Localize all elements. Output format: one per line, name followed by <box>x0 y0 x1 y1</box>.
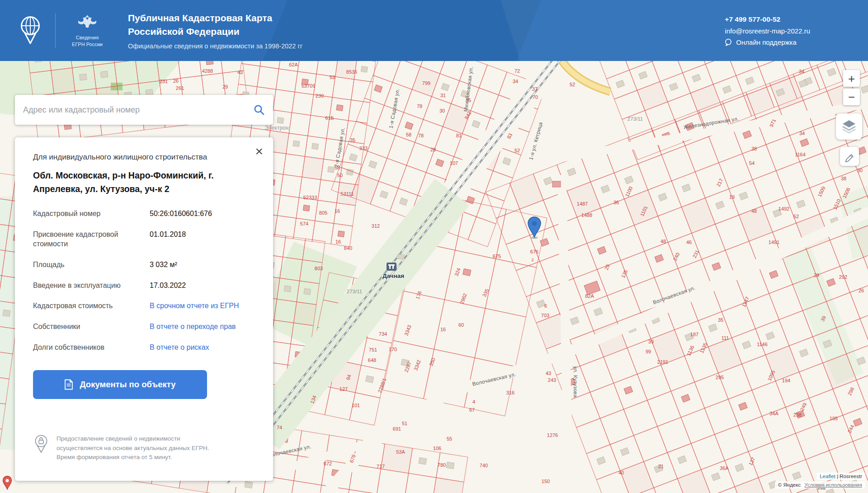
object-category: Для индивидуального жилищного строительс… <box>33 153 255 162</box>
attribute-row: Кадастровая стоимость В срочном отчете и… <box>33 301 255 311</box>
search-icon[interactable] <box>253 104 265 117</box>
valuation-date-value: 01.01.2018 <box>150 230 255 249</box>
terms-of-use-link[interactable]: Условия использования <box>804 482 862 488</box>
yandex-copyright: © Яндекс <box>778 482 801 488</box>
contact-email[interactable]: info@rosreestr-map-2022.ru <box>725 27 810 35</box>
site-logo-icon[interactable] <box>17 14 43 47</box>
area-value: 3 032 м² <box>150 260 255 270</box>
online-support-link[interactable]: Онлайн поддержка <box>725 38 810 46</box>
coat-of-arms-icon <box>77 13 97 30</box>
object-documents-button[interactable]: Документы по объекту <box>33 370 207 399</box>
attribute-row: Площадь 3 032 м² <box>33 260 255 270</box>
attribute-row: Собственники В отчете о переходе прав <box>33 322 255 332</box>
cadastral-value-report-link[interactable]: В срочном отчете из ЕГРН <box>150 301 255 311</box>
pin-lock-icon <box>33 434 49 454</box>
zoom-out-button[interactable]: − <box>843 89 860 105</box>
owners-report-link[interactable]: В отчете о переходе прав <box>150 322 255 332</box>
egrn-note-text: Предоставление сведений о недвижимости о… <box>57 434 224 462</box>
attribute-row: Присвоение кадастровой стоимости 01.01.2… <box>33 230 255 249</box>
risks-report-link[interactable]: В отчете о рисках <box>150 343 255 352</box>
attribution-separator: | <box>837 474 838 479</box>
layers-icon <box>841 118 857 135</box>
document-icon <box>64 379 73 390</box>
object-attributes: Кадастровый номер 50:26:0160601:676 Прис… <box>33 209 255 363</box>
page-subtitle: Официальные сведения о недвижимости за 1… <box>128 42 302 50</box>
object-address: Обл. Московская, р-н Наро-Фоминский, г. … <box>33 169 255 196</box>
zoom-controls: + − <box>843 70 860 105</box>
measure-button[interactable] <box>840 147 859 166</box>
search-input[interactable] <box>15 95 273 125</box>
zoom-in-button[interactable]: + <box>843 70 860 87</box>
emblem-caption-line2: ЕГРН России <box>66 41 108 48</box>
ruler-pencil-icon <box>844 150 855 162</box>
leaflet-link[interactable]: Leaflet <box>820 474 835 479</box>
map-attribution: Leaflet | Rosreestr © Яндекс Условия исп… <box>775 473 865 488</box>
egrn-note: Предоставление сведений о недвижимости о… <box>33 434 255 462</box>
attribute-row: Введение в эксплуатацию 17.03.2022 <box>33 281 255 291</box>
egrn-emblem: Сведения ЕГРН России <box>66 13 108 48</box>
cadastral-number-value: 50:26:0160601:676 <box>150 209 255 219</box>
attribute-row: Долги собственников В отчете о рисках <box>33 343 255 352</box>
commissioning-date-value: 17.03.2022 <box>150 281 255 291</box>
search-box <box>15 95 273 125</box>
header-divider <box>55 13 56 48</box>
map-pin-marker[interactable] <box>526 216 542 242</box>
chat-bubble-icon <box>725 38 732 46</box>
contact-phone[interactable]: +7 499 577-00-52 <box>725 15 810 23</box>
close-panel-button[interactable]: × <box>255 145 263 158</box>
emblem-caption-line1: Сведения <box>66 34 108 41</box>
header: Сведения ЕГРН России Публичная Кадастров… <box>0 0 868 61</box>
object-info-panel: × Для индивидуального жилищного строител… <box>15 137 273 481</box>
app: Сведения ЕГРН России Публичная Кадастров… <box>0 0 868 493</box>
page-title: Публичная Кадастровая Карта Российской Ф… <box>128 11 302 39</box>
red-map-pin[interactable] <box>2 476 13 492</box>
rosreestr-link[interactable]: Rosreestr <box>840 474 862 479</box>
layers-button[interactable] <box>836 113 862 140</box>
attribute-row: Кадастровый номер 50:26:0160601:676 <box>33 209 255 219</box>
